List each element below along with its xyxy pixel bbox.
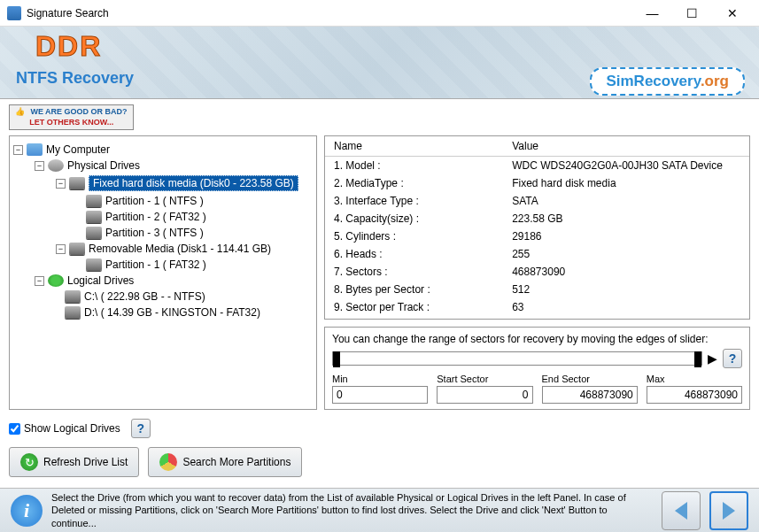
table-row[interactable]: 3. Interface Type :SATA xyxy=(325,192,749,210)
content-area: 👍 WE ARE GOOD OR BAD? LET OTHERS KNOW...… xyxy=(0,99,759,488)
tree-disk1-partition1[interactable]: Partition - 1 ( FAT32 ) xyxy=(13,257,313,273)
prop-value: 468873090 xyxy=(503,263,749,281)
footer-text: Select the Drive (from which you want to… xyxy=(51,491,653,529)
product-subtitle: NTFS Recovery xyxy=(16,69,134,88)
prop-value: 63 xyxy=(503,298,749,316)
partition-label: Partition - 2 ( FAT32 ) xyxy=(105,211,206,223)
partition-label: Partition - 1 ( NTFS ) xyxy=(105,195,204,207)
col-value: Value xyxy=(503,136,749,157)
arrow-right-icon xyxy=(723,502,735,520)
table-row[interactable]: 4. Capacity(size) :223.58 GB xyxy=(325,210,749,227)
table-row[interactable]: 9. Sector per Track :63 xyxy=(325,298,749,316)
feedback-bar: 👍 WE ARE GOOD OR BAD? LET OTHERS KNOW... xyxy=(9,104,750,130)
collapse-icon[interactable]: − xyxy=(56,244,66,254)
disk-icon xyxy=(69,243,85,255)
tree-root[interactable]: − My Computer xyxy=(13,142,313,158)
brand-part2: .org xyxy=(701,73,729,89)
properties-table: Name Value 1. Model :WDC WDS240G2G0A-00J… xyxy=(325,136,749,320)
refresh-button[interactable]: Refresh Drive List xyxy=(9,447,139,477)
tree-physical-drives[interactable]: − Physical Drives xyxy=(13,158,313,173)
sector-hint: You can change the range of sectors for … xyxy=(332,333,742,345)
prop-value: 512 xyxy=(503,281,749,298)
show-logical-label: Show Logical Drives xyxy=(24,422,120,435)
prop-name: 9. Sector per Track : xyxy=(325,298,503,316)
help-button[interactable]: ? xyxy=(131,419,151,438)
maximize-button[interactable]: ☐ xyxy=(672,0,712,27)
prop-name: 5. Cylinders : xyxy=(325,227,503,245)
start-sector-input[interactable] xyxy=(437,386,532,404)
min-input xyxy=(332,386,428,404)
window-title: Signature Search xyxy=(27,7,632,19)
end-sector-label: End Sector xyxy=(542,374,638,384)
tree-drive-c[interactable]: C:\ ( 222.98 GB - - NTFS) xyxy=(13,289,313,305)
next-button[interactable] xyxy=(709,491,748,530)
info-icon: i xyxy=(11,495,43,527)
disk-icon xyxy=(86,195,102,207)
disk-icon xyxy=(65,290,81,303)
slider-thumb-start[interactable] xyxy=(333,351,340,367)
tree-logical-drives[interactable]: − Logical Drives xyxy=(13,273,313,289)
computer-icon xyxy=(27,143,43,156)
table-row[interactable]: 8. Bytes per Sector :512 xyxy=(325,281,749,298)
end-sector-input[interactable] xyxy=(542,386,638,404)
play-icon: ▶ xyxy=(708,351,717,366)
table-row[interactable]: 7. Sectors :468873090 xyxy=(325,263,749,281)
feedback-line2: LET OTHERS KNOW... xyxy=(29,118,113,127)
prop-value: SATA xyxy=(503,192,749,210)
max-input xyxy=(647,386,742,404)
collapse-icon[interactable]: − xyxy=(56,179,66,189)
table-row[interactable]: 6. Heads :255 xyxy=(325,245,749,263)
prop-name: 2. MediaType : xyxy=(325,174,503,192)
prop-name: 10. Firmware Revision ID : xyxy=(325,316,503,320)
physical-drives-icon xyxy=(48,159,64,172)
show-logical-input[interactable] xyxy=(9,423,20,435)
help-button[interactable]: ? xyxy=(723,349,742,368)
start-sector-label: Start Sector xyxy=(437,374,532,384)
refresh-icon xyxy=(20,453,38,471)
table-row[interactable]: 2. MediaType :Fixed hard disk media xyxy=(325,174,749,192)
slider-thumb-end[interactable] xyxy=(694,351,701,367)
partition-label: Partition - 3 ( NTFS ) xyxy=(105,227,204,239)
max-label: Max xyxy=(647,374,742,384)
feedback-button[interactable]: 👍 WE ARE GOOD OR BAD? LET OTHERS KNOW... xyxy=(9,104,134,130)
collapse-icon[interactable]: − xyxy=(13,145,23,155)
prop-value: 223.58 GB xyxy=(503,210,749,227)
show-logical-checkbox[interactable]: Show Logical Drives xyxy=(9,422,120,435)
disk-icon xyxy=(69,177,85,189)
prop-name: 7. Sectors : xyxy=(325,263,503,281)
brand-badge[interactable]: SimRecovery.org xyxy=(590,67,745,96)
tree-disk0-partition1[interactable]: Partition - 1 ( NTFS ) xyxy=(13,193,313,209)
drive-tree-panel: − My Computer − Physical Drives − Fixed … xyxy=(9,135,317,410)
collapse-icon[interactable]: − xyxy=(35,161,44,171)
tree-disk0[interactable]: − Fixed hard disk media (Disk0 - 223.58 … xyxy=(13,173,313,193)
prop-value: Fixed hard disk media xyxy=(503,174,749,192)
drive-tree: − My Computer − Physical Drives − Fixed … xyxy=(13,142,313,320)
pie-icon xyxy=(159,453,177,471)
drive-label: D:\ ( 14.39 GB - KINGSTON - FAT32) xyxy=(84,306,260,319)
sector-slider[interactable] xyxy=(332,351,702,366)
properties-panel: Name Value 1. Model :WDC WDS240G2G0A-00J… xyxy=(324,135,750,320)
prop-name: 6. Heads : xyxy=(325,245,503,263)
close-button[interactable]: ✕ xyxy=(712,0,752,27)
table-row[interactable]: 10. Firmware Revision ID :UF450000 xyxy=(325,316,749,320)
search-more-button[interactable]: Search More Partitions xyxy=(148,447,302,477)
back-button[interactable] xyxy=(662,491,701,530)
partition-label: Partition - 1 ( FAT32 ) xyxy=(105,258,206,271)
prop-name: 3. Interface Type : xyxy=(325,192,503,210)
thumb-up-icon: 👍 xyxy=(15,107,26,118)
tree-drive-d[interactable]: D:\ ( 14.39 GB - KINGSTON - FAT32) xyxy=(13,305,313,320)
disk-icon xyxy=(86,227,102,239)
table-row[interactable]: 1. Model :WDC WDS240G2G0A-00JH30 SATA De… xyxy=(325,157,749,175)
table-row[interactable]: 5. Cylinders :29186 xyxy=(325,227,749,245)
min-label: Min xyxy=(332,374,428,384)
physical-drives-label: Physical Drives xyxy=(67,159,140,172)
minimize-button[interactable]: — xyxy=(632,0,672,27)
tree-disk0-partition3[interactable]: Partition - 3 ( NTFS ) xyxy=(13,225,313,241)
collapse-icon[interactable]: − xyxy=(35,276,44,286)
arrow-left-icon xyxy=(675,502,687,520)
prop-value: 29186 xyxy=(503,227,749,245)
tree-disk1[interactable]: − Removable Media (Disk1 - 114.41 GB) xyxy=(13,241,313,257)
sector-range-panel: You can change the range of sectors for … xyxy=(324,327,750,410)
tree-disk0-partition2[interactable]: Partition - 2 ( FAT32 ) xyxy=(13,209,313,225)
search-more-label: Search More Partitions xyxy=(182,456,290,468)
